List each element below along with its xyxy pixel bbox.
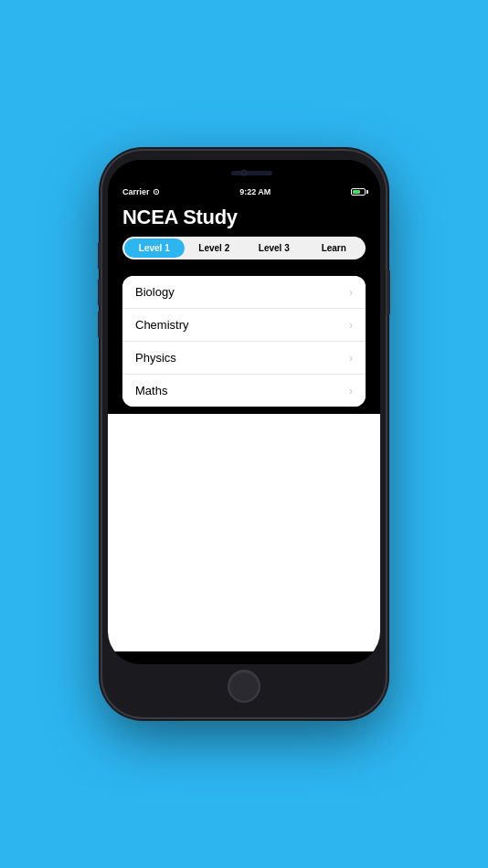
phone-bottom	[108, 664, 380, 708]
home-button[interactable]	[228, 670, 260, 703]
tab-level1[interactable]: Level 1	[124, 238, 185, 258]
subject-name-maths: Maths	[135, 384, 167, 397]
chevron-icon-maths: ›	[349, 385, 353, 397]
phone-device: Carrier ⊙ 9:22 AM NCEA Study Level 1 Lev…	[102, 151, 386, 717]
chevron-icon-chemistry: ›	[349, 319, 353, 332]
app-content: NCEA Study Level 1 Level 2 Level 3 Learn…	[108, 198, 380, 651]
chevron-icon-biology: ›	[349, 286, 353, 299]
tab-level2[interactable]: Level 2	[185, 238, 245, 258]
battery-fill	[353, 190, 360, 194]
battery-icon	[351, 188, 366, 196]
subject-item-chemistry[interactable]: Chemistry ›	[122, 309, 366, 342]
carrier-label: Carrier	[122, 187, 150, 196]
status-right	[351, 188, 366, 196]
subject-name-physics: Physics	[135, 351, 176, 365]
tab-level3[interactable]: Level 3	[244, 238, 304, 258]
tab-learn[interactable]: Learn	[304, 238, 365, 258]
subject-name-chemistry: Chemistry	[135, 318, 189, 332]
status-time: 9:22 AM	[239, 187, 271, 196]
subject-item-biology[interactable]: Biology ›	[122, 276, 366, 309]
status-left: Carrier ⊙	[122, 187, 160, 196]
subject-name-biology: Biology	[135, 285, 175, 299]
chevron-icon-physics: ›	[349, 352, 353, 365]
subject-item-physics[interactable]: Physics ›	[122, 342, 366, 375]
subjects-list: Biology › Chemistry › Physics › Maths ›	[122, 276, 366, 407]
phone-screen: Carrier ⊙ 9:22 AM NCEA Study Level 1 Lev…	[108, 160, 380, 664]
wifi-icon: ⊙	[153, 187, 160, 196]
app-body-white	[108, 414, 380, 651]
subject-item-maths[interactable]: Maths ›	[122, 375, 366, 407]
app-title: NCEA Study	[122, 206, 366, 229]
status-bar: Carrier ⊙ 9:22 AM	[108, 185, 380, 198]
speaker-bar	[231, 171, 272, 175]
home-indicator-area	[108, 651, 380, 664]
tabs-container: Level 1 Level 2 Level 3 Learn	[122, 237, 366, 259]
phone-top-bar	[108, 160, 380, 185]
app-header: NCEA Study Level 1 Level 2 Level 3 Learn	[108, 198, 380, 269]
camera-dot	[241, 170, 248, 176]
